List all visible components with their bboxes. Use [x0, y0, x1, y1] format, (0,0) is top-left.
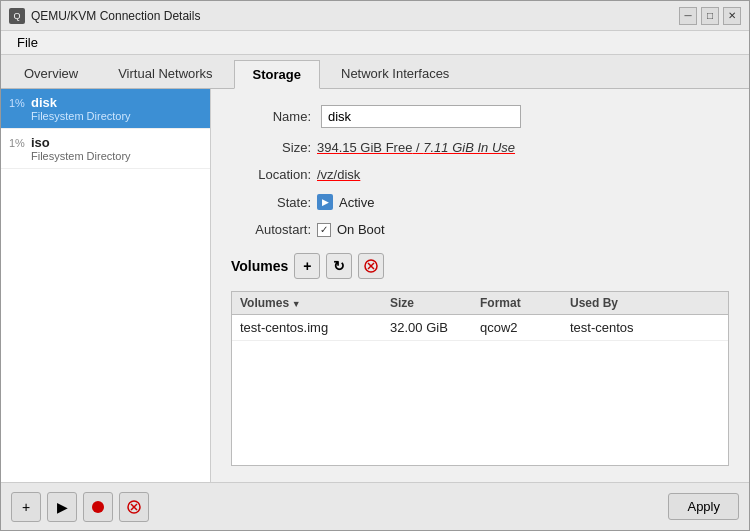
apply-button[interactable]: Apply — [668, 493, 739, 520]
state-row: State: ▶ Active — [231, 194, 729, 210]
name-label: Name: — [231, 109, 311, 124]
stop-icon — [364, 259, 378, 273]
iso-label: iso — [31, 135, 131, 150]
bottom-left-buttons: + ▶ — [11, 492, 149, 522]
tab-storage[interactable]: Storage — [234, 60, 320, 89]
size-free: 394.15 GiB Free — [317, 140, 412, 155]
volumes-refresh-button[interactable]: ↻ — [326, 253, 352, 279]
tab-network-interfaces[interactable]: Network Interfaces — [322, 59, 468, 88]
size-value: 394.15 GiB Free / 7.11 GiB In Use — [317, 140, 515, 155]
add-pool-button[interactable]: + — [11, 492, 41, 522]
svg-point-3 — [92, 501, 104, 513]
state-icon: ▶ — [317, 194, 333, 210]
menu-bar: File — [1, 31, 749, 55]
minimize-button[interactable]: ─ — [679, 7, 697, 25]
col-used-by: Used By — [570, 296, 720, 310]
volumes-section-header: Volumes + ↻ — [231, 253, 729, 279]
size-label: Size: — [231, 140, 311, 155]
cell-size: 32.00 GiB — [390, 320, 480, 335]
window-title: QEMU/KVM Connection Details — [31, 9, 200, 23]
iso-percent: 1% — [9, 137, 31, 149]
tab-virtual-networks[interactable]: Virtual Networks — [99, 59, 231, 88]
iso-info: iso Filesystem Directory — [31, 135, 131, 162]
col-volumes: Volumes — [240, 296, 390, 310]
table-row[interactable]: test-centos.img 32.00 GiB qcow2 test-cen… — [232, 315, 728, 341]
remove-icon — [127, 500, 141, 514]
autostart-label: Autostart: — [231, 222, 311, 237]
tab-overview[interactable]: Overview — [5, 59, 97, 88]
main-window: Q QEMU/KVM Connection Details ─ □ ✕ File… — [0, 0, 750, 531]
size-row: Size: 394.15 GiB Free / 7.11 GiB In Use — [231, 140, 729, 155]
autostart-value: On Boot — [337, 222, 385, 237]
maximize-button[interactable]: □ — [701, 7, 719, 25]
stop-button[interactable] — [83, 492, 113, 522]
detail-panel: Name: Size: 394.15 GiB Free / 7.11 GiB I… — [211, 89, 749, 482]
size-sep: / — [412, 140, 423, 155]
volumes-stop-button[interactable] — [358, 253, 384, 279]
size-inuse: 7.11 GiB In Use — [423, 140, 515, 155]
autostart-row: Autostart: ✓ On Boot — [231, 222, 729, 237]
title-bar-left: Q QEMU/KVM Connection Details — [9, 8, 200, 24]
disk-label: disk — [31, 95, 131, 110]
tab-bar: Overview Virtual Networks Storage Networ… — [1, 55, 749, 89]
location-row: Location: /vz/disk — [231, 167, 729, 182]
disk-percent: 1% — [9, 97, 31, 109]
autostart-checkbox[interactable]: ✓ — [317, 223, 331, 237]
volumes-add-button[interactable]: + — [294, 253, 320, 279]
state-label: State: — [231, 195, 311, 210]
cell-format: qcow2 — [480, 320, 570, 335]
volumes-table-header: Volumes Size Format Used By — [232, 292, 728, 315]
volumes-label: Volumes — [231, 258, 288, 274]
volumes-table: Volumes Size Format Used By test-centos.… — [231, 291, 729, 466]
name-row: Name: — [231, 105, 729, 128]
location-label: Location: — [231, 167, 311, 182]
disk-sublabel: Filesystem Directory — [31, 110, 131, 122]
file-menu[interactable]: File — [9, 33, 46, 52]
col-format: Format — [480, 296, 570, 310]
play-button[interactable]: ▶ — [47, 492, 77, 522]
location-value: /vz/disk — [317, 167, 360, 182]
sidebar-item-disk[interactable]: 1% disk Filesystem Directory — [1, 89, 210, 129]
sidebar: 1% disk Filesystem Directory 1% iso File… — [1, 89, 211, 482]
name-input[interactable] — [321, 105, 521, 128]
title-bar-controls: ─ □ ✕ — [679, 7, 741, 25]
content-area: 1% disk Filesystem Directory 1% iso File… — [1, 89, 749, 482]
state-value: Active — [339, 195, 374, 210]
app-icon: Q — [9, 8, 25, 24]
bottom-bar: + ▶ Apply — [1, 482, 749, 530]
stop-icon — [91, 500, 105, 514]
close-button[interactable]: ✕ — [723, 7, 741, 25]
disk-info: disk Filesystem Directory — [31, 95, 131, 122]
col-size: Size — [390, 296, 480, 310]
remove-button[interactable] — [119, 492, 149, 522]
iso-sublabel: Filesystem Directory — [31, 150, 131, 162]
title-bar: Q QEMU/KVM Connection Details ─ □ ✕ — [1, 1, 749, 31]
sidebar-item-iso[interactable]: 1% iso Filesystem Directory — [1, 129, 210, 169]
cell-used-by: test-centos — [570, 320, 720, 335]
cell-volumes: test-centos.img — [240, 320, 390, 335]
